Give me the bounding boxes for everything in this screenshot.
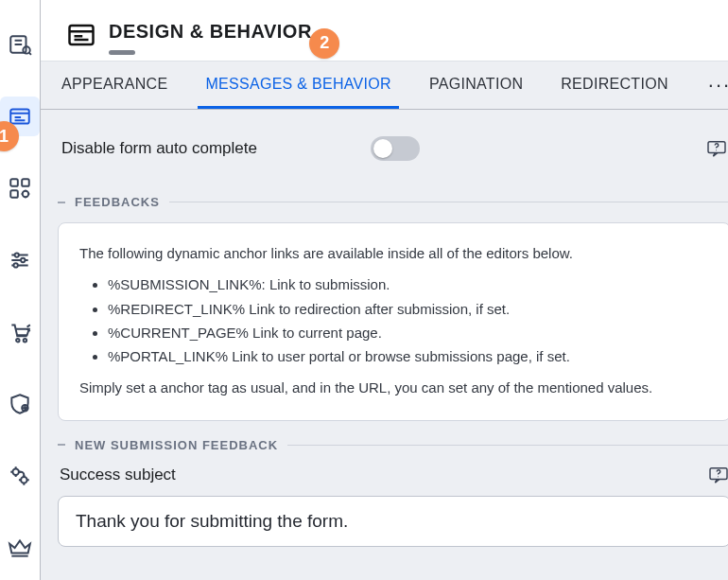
section-feedbacks[interactable]: FEEDBACKS: [58, 195, 728, 209]
feedback-info-card: The following dynamic anchor links are a…: [58, 222, 728, 421]
tab-label: MESSAGES & BEHAVIOR: [205, 76, 391, 92]
svg-point-11: [24, 339, 26, 342]
autocomplete-toggle[interactable]: [371, 136, 420, 161]
list-item: %CURRENT_PAGE% Link to current page.: [108, 322, 709, 343]
rail-item-advanced[interactable]: [0, 456, 40, 496]
tab-appearance[interactable]: APPEARANCE: [54, 62, 175, 109]
design-behavior-icon: [67, 23, 95, 47]
svg-point-13: [12, 468, 19, 475]
card-outro: Simply set a anchor tag as usual, and in…: [79, 377, 709, 398]
main-panel: DESIGN & BEHAVIOR APPEARANCE MESSAGES & …: [41, 0, 728, 580]
panel-subtitle-bar: [109, 50, 135, 55]
rail-item-security[interactable]: [0, 384, 40, 424]
section-new-submission[interactable]: NEW SUBMISSION FEEDBACK: [58, 438, 728, 452]
tab-bar: APPEARANCE MESSAGES & BEHAVIOR 2 PAGINAT…: [41, 61, 728, 110]
autocomplete-row: Disable form auto complete: [58, 127, 728, 178]
collapse-dash-icon: [58, 202, 65, 203]
svg-point-10: [16, 339, 19, 342]
svg-point-6: [23, 191, 29, 198]
section-title: NEW SUBMISSION FEEDBACK: [75, 438, 278, 452]
list-item: %SUBMISSION_LINK%: Link to submission.: [108, 273, 709, 295]
svg-rect-4: [22, 179, 29, 186]
card-intro: The following dynamic anchor links are a…: [79, 242, 709, 264]
rail-item-preview[interactable]: [0, 25, 40, 64]
section-title: FEEDBACKS: [75, 195, 160, 209]
tutorial-badge-2: 2: [309, 28, 339, 59]
toggle-knob: [373, 139, 392, 158]
content-area: Disable form auto complete FEEDBACKS The…: [41, 110, 728, 580]
rail-item-cart[interactable]: [0, 312, 40, 352]
svg-point-19: [718, 476, 719, 477]
success-subject-row: Success subject: [60, 466, 728, 484]
tab-messages-behavior[interactable]: MESSAGES & BEHAVIOR 2: [198, 62, 399, 109]
list-item: %PORTAL_LINK% Link to user portal or bro…: [108, 345, 709, 367]
tabs-overflow-button[interactable]: ···: [699, 73, 728, 97]
rail-item-design-behavior[interactable]: 1: [0, 97, 40, 136]
svg-point-14: [21, 477, 27, 483]
help-icon[interactable]: [706, 140, 727, 157]
success-subject-input[interactable]: [58, 496, 728, 547]
svg-point-7: [15, 253, 19, 256]
svg-point-8: [21, 258, 25, 262]
collapse-dash-icon: [58, 444, 65, 446]
tab-pagination[interactable]: PAGINATION: [422, 62, 530, 109]
svg-point-9: [14, 263, 18, 267]
anchor-link-list: %SUBMISSION_LINK%: Link to submission. %…: [108, 273, 709, 367]
panel-header: DESIGN & BEHAVIOR: [41, 0, 728, 61]
autocomplete-label: Disable form auto complete: [61, 139, 257, 158]
svg-rect-5: [10, 190, 18, 198]
section-divider: [169, 202, 728, 202]
side-rail: 1: [0, 0, 41, 580]
tab-redirection[interactable]: REDIRECTION: [553, 62, 676, 109]
help-icon[interactable]: [708, 466, 728, 483]
success-subject-label: Success subject: [60, 466, 176, 484]
list-item: %REDIRECT_LINK% Link to redirection afte…: [108, 298, 709, 320]
panel-title: DESIGN & BEHAVIOR: [109, 21, 312, 43]
svg-rect-2: [10, 109, 29, 123]
section-divider: [287, 445, 728, 446]
svg-point-17: [716, 149, 717, 150]
rail-item-crown[interactable]: [0, 528, 40, 568]
rail-item-integrations[interactable]: [0, 168, 40, 208]
svg-rect-3: [10, 179, 18, 186]
rail-item-settings[interactable]: [0, 240, 40, 280]
